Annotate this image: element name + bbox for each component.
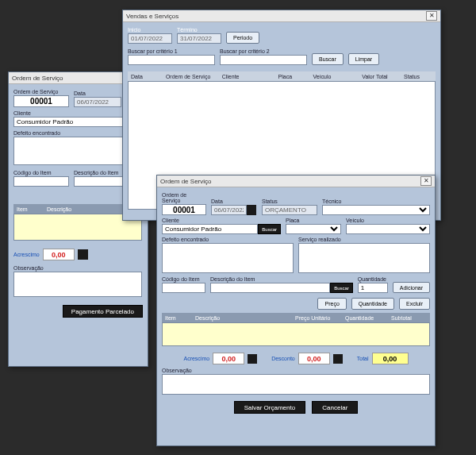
label-termino: Término xyxy=(177,27,221,33)
label-veiculo: Veículo xyxy=(346,218,430,223)
os-number-input[interactable] xyxy=(13,95,69,107)
pagamento-button[interactable]: Pagamento Parcelado xyxy=(63,305,143,318)
buscar-cliente-button[interactable]: Buscar xyxy=(258,224,281,234)
label-total: Total xyxy=(357,356,369,361)
buscar-button[interactable]: Buscar xyxy=(312,53,344,65)
cancelar-button[interactable]: Cancelar xyxy=(312,401,358,414)
col-item: Item xyxy=(13,206,44,212)
col-item: Item xyxy=(162,315,192,321)
label-acrescimo: Acrescimo xyxy=(183,356,209,361)
descricao-input[interactable] xyxy=(210,283,330,293)
defeito-textarea[interactable] xyxy=(162,243,294,273)
quantidade-button[interactable]: Quantidade xyxy=(351,298,394,310)
col-sub: Subtotal xyxy=(388,315,430,321)
acrescimo-value: 0,00 xyxy=(221,355,236,363)
items-table-body[interactable] xyxy=(162,322,430,346)
limpar-button[interactable]: Limpar xyxy=(348,53,379,65)
label-data: Data xyxy=(211,199,257,204)
salvar-button[interactable]: Salvar Orçamento xyxy=(234,401,305,414)
label-descricao: Descrição do Item xyxy=(210,276,353,282)
status-input[interactable] xyxy=(262,205,317,215)
termino-input[interactable] xyxy=(177,33,221,44)
acrescimo-button[interactable] xyxy=(248,354,257,364)
label-os: Ordem de Serviço xyxy=(13,89,69,94)
col-quant: Quantidade xyxy=(342,315,388,321)
obs-textarea[interactable] xyxy=(13,272,142,297)
acrescimo-value: 0,00 xyxy=(52,251,66,259)
os-window-foreground: Ordem de Serviço ✕ Ordem de Serviço Data… xyxy=(156,175,436,446)
window-title: Ordem de Serviço xyxy=(160,178,420,185)
desconto-value: 0,00 xyxy=(307,355,321,363)
label-acrescimo: Acrescimo xyxy=(13,252,40,257)
label-placa: Placa xyxy=(286,218,341,223)
label-defeito: Defeito encontrado xyxy=(162,237,294,242)
servico-textarea[interactable] xyxy=(298,243,430,273)
crit2-input[interactable] xyxy=(220,55,307,65)
label-inicio: Inicio xyxy=(128,27,172,33)
label-qtd: Quantidade xyxy=(358,276,388,282)
label-crit2: Buscar por critério 2 xyxy=(220,48,307,54)
crit1-input[interactable] xyxy=(128,55,215,65)
label-status: Status xyxy=(262,199,317,204)
col-status: Status xyxy=(401,74,436,79)
label-cliente: Cliente xyxy=(162,218,281,223)
label-desconto: Desconto xyxy=(271,356,295,361)
buscar-item-button[interactable]: Buscar xyxy=(330,283,353,293)
table-header: Data Ordem de Serviço Cliente Placa Veíc… xyxy=(128,71,436,81)
date-input[interactable] xyxy=(211,205,247,215)
veiculo-select[interactable] xyxy=(346,224,430,234)
desconto-button[interactable] xyxy=(333,354,343,364)
col-desc: Descrição xyxy=(44,206,75,212)
close-icon[interactable]: ✕ xyxy=(426,11,437,21)
col-valor: Valor Total xyxy=(359,74,401,79)
date-input[interactable] xyxy=(74,97,121,107)
qtd-input[interactable] xyxy=(358,283,388,293)
titlebar: Vendas e Serviços ✕ xyxy=(123,10,440,22)
label-os: Ordem de Serviço xyxy=(162,192,206,203)
excluir-button[interactable]: Excluir xyxy=(399,298,430,310)
close-icon[interactable]: ✕ xyxy=(420,176,432,186)
window-title: Vendas e Serviços xyxy=(126,13,426,20)
tecnico-select[interactable] xyxy=(322,205,430,215)
label-obs: Observação xyxy=(13,265,143,271)
col-desc: Descrição xyxy=(192,315,292,321)
label-tecnico: Técnico xyxy=(322,199,430,204)
col-placa: Placa xyxy=(275,74,310,79)
label-obs: Observação xyxy=(162,368,430,373)
cliente-input[interactable] xyxy=(162,224,258,234)
label-data: Data xyxy=(74,91,121,96)
col-data: Data xyxy=(128,74,163,79)
codigo-input[interactable] xyxy=(13,176,69,187)
os-number-input[interactable] xyxy=(162,204,206,215)
date-picker-button[interactable] xyxy=(247,205,256,215)
acrescimo-button[interactable] xyxy=(78,249,88,260)
col-veiculo: Veículo xyxy=(309,74,359,79)
obs-textarea[interactable] xyxy=(162,374,430,395)
col-os: Ordem de Serviço xyxy=(163,74,219,79)
cliente-input[interactable] xyxy=(13,117,140,127)
titlebar: Ordem de Serviço ✕ xyxy=(157,175,435,187)
codigo-input[interactable] xyxy=(162,283,205,293)
label-codigo: Código do Item xyxy=(13,170,69,175)
label-servico: Serviço realizado xyxy=(298,237,430,242)
total-value: 0,00 xyxy=(383,355,397,363)
label-codigo: Código do Item xyxy=(162,276,205,282)
col-preco: Preço Unitário xyxy=(292,315,342,321)
adicionar-button[interactable]: Adicionar xyxy=(393,282,430,293)
placa-select[interactable] xyxy=(286,224,341,234)
periodo-button[interactable]: Periodo xyxy=(226,32,259,44)
preco-button[interactable]: Preço xyxy=(317,298,346,310)
inicio-input[interactable] xyxy=(128,33,172,44)
col-cliente: Cliente xyxy=(219,74,275,79)
label-crit1: Buscar por critério 1 xyxy=(128,48,215,54)
items-table-header: Item Descrição Preço Unitário Quantidade… xyxy=(162,313,430,322)
